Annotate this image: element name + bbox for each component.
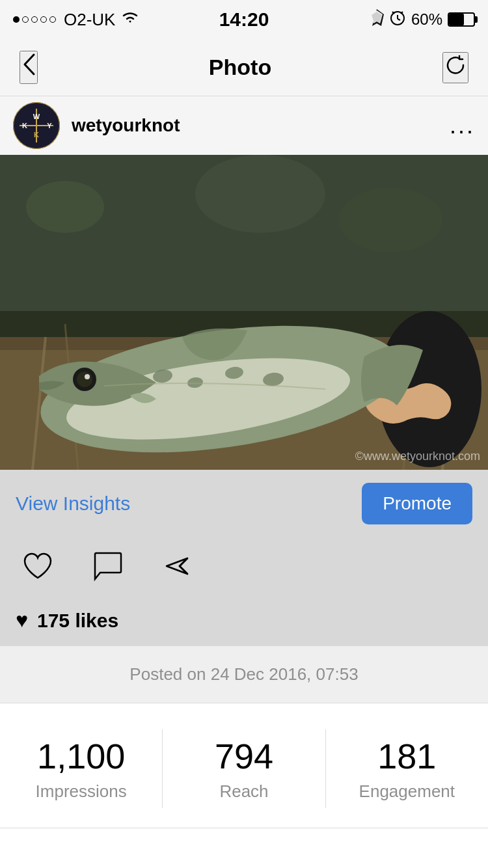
posted-date: Posted on 24 Dec 2016, 07:53 [129, 664, 358, 684]
signal-dot-2 [22, 16, 29, 23]
signal-dot-4 [40, 16, 47, 23]
watermark: ©www.wetyourknot.com [355, 450, 480, 463]
avatar[interactable]: W Y K K [13, 102, 60, 149]
status-bar: O2-UK 14:20 60% [0, 0, 488, 39]
nav-bar: Photo [0, 39, 488, 96]
likes-bar: ♥ 175 likes [0, 603, 488, 645]
svg-point-32 [77, 372, 92, 387]
like-button[interactable] [16, 544, 60, 590]
page-title: Photo [209, 55, 271, 80]
icon-bar [0, 537, 488, 603]
view-insights-button[interactable]: View Insights [16, 493, 130, 515]
wifi-icon [120, 10, 140, 29]
svg-point-17 [195, 155, 325, 233]
location-icon [370, 9, 384, 30]
signal-dot-1 [13, 16, 20, 23]
svg-text:K: K [34, 131, 39, 139]
action-bar: View Insights Promote [0, 470, 488, 537]
back-button[interactable] [20, 51, 38, 84]
reach-value: 794 [163, 736, 325, 776]
posted-info: Posted on 24 Dec 2016, 07:53 [0, 645, 488, 703]
signal-dot-5 [49, 16, 56, 23]
more-options-button[interactable]: ... [450, 112, 475, 139]
post-header: W Y K K wetyourknot ... [0, 96, 488, 155]
comment-button[interactable] [86, 544, 130, 590]
svg-point-33 [85, 374, 90, 379]
svg-point-15 [26, 181, 104, 233]
username[interactable]: wetyourknot [72, 115, 180, 136]
impressions-value: 1,100 [0, 736, 162, 776]
engagement-label: Engagement [326, 781, 488, 802]
stats-container: 1,100 Impressions 794 Reach 181 Engageme… [0, 703, 488, 848]
reach-stat: 794 Reach [163, 729, 325, 808]
alarm-icon [389, 9, 406, 30]
stats-divider [0, 828, 488, 828]
svg-text:Y: Y [47, 122, 52, 129]
user-info: W Y K K wetyourknot [13, 102, 180, 149]
share-button[interactable] [156, 544, 200, 590]
impressions-label: Impressions [0, 781, 162, 802]
promote-button[interactable]: Promote [362, 483, 472, 524]
signal-dot-3 [31, 16, 38, 23]
battery-icon [448, 12, 475, 27]
refresh-button[interactable] [442, 52, 468, 83]
post-image: ©www.wetyourknot.com [0, 155, 488, 470]
battery-percent: 60% [411, 10, 442, 29]
signal-dots [13, 16, 56, 23]
status-right: 60% [370, 9, 475, 30]
what-means-section: What do these mean? [0, 848, 488, 868]
clock: 14:20 [219, 8, 269, 31]
reach-label: Reach [163, 781, 325, 802]
stats-grid: 1,100 Impressions 794 Reach 181 Engageme… [0, 729, 488, 808]
svg-point-16 [338, 187, 442, 252]
svg-text:W: W [33, 113, 40, 120]
status-left: O2-UK [13, 10, 140, 30]
likes-count: 175 likes [37, 610, 118, 632]
engagement-value: 181 [326, 736, 488, 776]
carrier-label: O2-UK [64, 10, 115, 30]
svg-line-2 [398, 19, 400, 20]
heart-filled-icon: ♥ [16, 608, 28, 632]
impressions-stat: 1,100 Impressions [0, 729, 162, 808]
engagement-stat: 181 Engagement [326, 729, 488, 808]
svg-text:K: K [22, 122, 27, 129]
